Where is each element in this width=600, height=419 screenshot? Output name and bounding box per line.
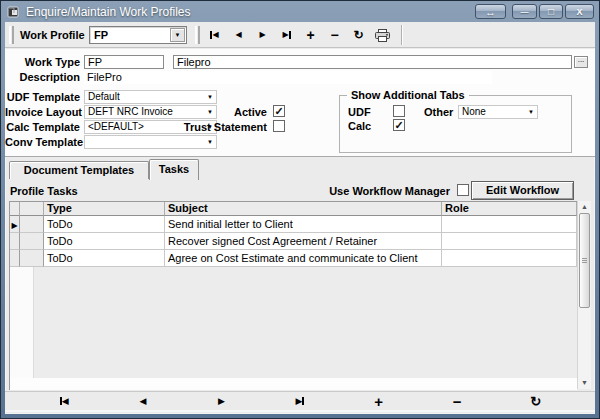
scroll-down-icon[interactable]: ▼ [578, 379, 591, 387]
description-field[interactable]: FilePro [84, 71, 492, 84]
nav-first-button[interactable]: ◀ [52, 393, 76, 409]
previous-record-button[interactable]: ◀ [228, 26, 249, 44]
plus-icon: + [374, 394, 383, 409]
use-workflow-manager-checkbox[interactable] [457, 184, 469, 196]
table-empty-area [10, 267, 577, 378]
window-title: Enquire/Maintain Work Profiles [26, 5, 191, 19]
active-label: Active [155, 106, 267, 119]
next-record-icon: ▶ [259, 31, 265, 39]
active-checkbox[interactable]: ✓ [273, 105, 285, 117]
table-header-row: Type Subject Role [10, 202, 577, 216]
profile-form: Work Type FP Filepro ... Description Fil… [5, 49, 595, 157]
work-type-browse-button[interactable]: ... [574, 56, 588, 68]
nav-refresh-button[interactable]: ↻ [524, 393, 548, 409]
conv-template-select[interactable]: ▼ [84, 135, 217, 149]
header-selector-stub [10, 202, 20, 216]
close-button[interactable]: X [565, 4, 594, 19]
print-icon [375, 29, 390, 42]
refresh-button[interactable]: ↻ [348, 26, 369, 44]
minus-icon: − [453, 394, 462, 409]
header-type[interactable]: Type [44, 202, 165, 216]
tab-tasks[interactable]: Tasks [149, 159, 199, 180]
refresh-icon: ↻ [353, 29, 363, 41]
row-selector-cell [10, 250, 20, 267]
calc-template-label: Calc Template [5, 121, 80, 134]
previous-record-icon: ◀ [139, 397, 146, 406]
last-record-icon [289, 31, 291, 39]
header-role[interactable]: Role [442, 202, 577, 216]
nav-delete-button[interactable]: − [445, 393, 469, 409]
table-row[interactable]: ToDo Recover signed Cost Agreement / Ret… [10, 233, 577, 250]
row-icon-cell [20, 250, 44, 267]
udf-tab-checkbox[interactable] [393, 105, 405, 117]
app-icon [7, 5, 20, 18]
client-area: Work Profile FP ▼ ◀ ◀ ▶ ▶ + [5, 22, 595, 414]
work-type-name-field[interactable]: Filepro [173, 55, 572, 69]
description-label: Description [5, 71, 80, 84]
table-row[interactable]: ▶ ToDo Send initial letter to Client [10, 216, 577, 233]
invoice-layout-label: Invoice Layout [5, 106, 80, 119]
nav-last-button[interactable]: ▶ [288, 393, 312, 409]
other-tab-label: Other [424, 106, 456, 119]
toolbar-separator [401, 25, 403, 45]
scrollbar-grip-icon [582, 258, 587, 263]
trust-statement-checkbox[interactable] [273, 120, 285, 132]
last-record-icon [302, 397, 304, 405]
calc-tab-label: Calc [348, 120, 378, 133]
nav-add-button[interactable]: + [367, 393, 391, 409]
chevron-down-icon: ▼ [528, 109, 534, 115]
work-profile-value: FP [94, 29, 108, 41]
header-icon-stub [20, 202, 44, 216]
minimize-button[interactable]: — [512, 4, 537, 19]
toolbar-grip[interactable] [9, 26, 14, 44]
profile-tasks-title: Profile Tasks [10, 185, 78, 197]
udf-template-label: UDF Template [5, 91, 80, 104]
row-selector-cell: ▶ [10, 216, 20, 233]
table-bottom-strip [10, 378, 577, 390]
tab-document-templates[interactable]: Document Templates [9, 161, 149, 179]
use-workflow-manager-label: Use Workflow Manager [305, 185, 450, 198]
udf-tab-label: UDF [348, 106, 378, 119]
print-button[interactable] [372, 26, 393, 44]
row-icon-cell [20, 233, 44, 250]
restore-button[interactable]: ↔ [475, 4, 506, 19]
profile-tasks-table: Type Subject Role ▶ ToDo Send initial le… [9, 201, 577, 390]
current-row-marker-icon: ▶ [11, 221, 17, 230]
nav-next-button[interactable]: ▶ [209, 393, 233, 409]
table-row[interactable]: ToDo Agree on Cost Estimate and communic… [10, 250, 577, 267]
row-selector-cell [10, 233, 20, 250]
scroll-up-icon[interactable]: ▲ [578, 203, 591, 211]
toolbar-grip-2[interactable] [195, 26, 200, 44]
add-record-button[interactable]: + [300, 26, 321, 44]
header-subject[interactable]: Subject [165, 202, 442, 216]
other-tab-select[interactable]: None ▼ [458, 105, 538, 119]
work-profile-combobox[interactable]: FP ▼ [89, 26, 187, 44]
table-left-strip [10, 267, 34, 378]
calc-tab-checkbox[interactable]: ✓ [393, 119, 405, 131]
next-record-button[interactable]: ▶ [252, 26, 273, 44]
close-icon: X [576, 7, 582, 17]
delete-record-button[interactable]: − [324, 26, 345, 44]
nav-previous-button[interactable]: ◀ [131, 393, 155, 409]
work-profile-dropdown-button[interactable]: ▼ [170, 28, 185, 42]
work-type-code-field[interactable]: FP [84, 55, 164, 69]
first-record-button[interactable]: ◀ [204, 26, 225, 44]
maximize-icon: □ [548, 6, 554, 17]
work-type-label: Work Type [5, 56, 80, 69]
last-record-button[interactable]: ▶ [276, 26, 297, 44]
maximize-button[interactable]: □ [539, 4, 563, 19]
refresh-icon: ↻ [530, 395, 541, 408]
chevron-down-icon: ▼ [175, 32, 181, 38]
title-bar[interactable]: Enquire/Maintain Work Profiles ↔ — □ X [1, 1, 599, 22]
udf-template-select[interactable]: Default ▼ [84, 90, 217, 104]
previous-record-icon: ◀ [235, 31, 241, 39]
minimize-icon: — [521, 7, 529, 16]
work-profile-label: Work Profile [20, 29, 85, 41]
edit-workflow-button[interactable]: Edit Workflow [471, 181, 574, 200]
window: Enquire/Maintain Work Profiles ↔ — □ X W… [0, 0, 600, 419]
row-icon-cell [20, 216, 44, 233]
scrollbar-thumb[interactable] [579, 213, 590, 308]
table-vertical-scrollbar[interactable]: ▲ ▼ [577, 201, 591, 389]
main-toolbar: Work Profile FP ▼ ◀ ◀ ▶ ▶ + [5, 22, 595, 48]
plus-icon: + [306, 28, 314, 42]
